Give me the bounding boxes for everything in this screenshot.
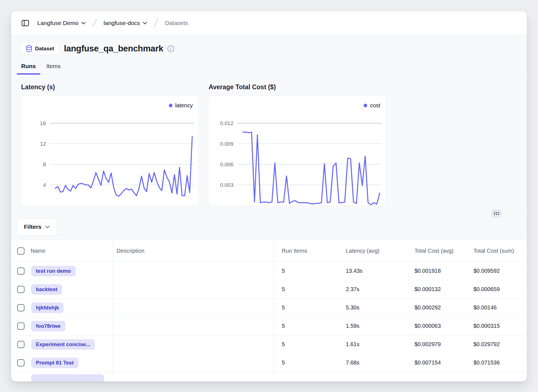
y-axis-tick-label: 0.009 xyxy=(220,141,233,147)
cost-line-chart[interactable]: 0.0030.0060.0090.012 xyxy=(208,96,386,206)
info-button[interactable] xyxy=(167,45,174,52)
table-header-row: Name Description Run Items Latency (avg)… xyxy=(11,240,527,262)
table-row[interactable]: foo78riwe 5 1.59s $0.000063 $0.000315 xyxy=(11,317,527,335)
breadcrumb-project-selector[interactable]: langfuse-docs xyxy=(103,20,147,26)
latency-chart-legend: latency xyxy=(169,102,193,109)
run-name-pill[interactable] xyxy=(31,374,104,381)
latency-avg-cell: 1.59s xyxy=(337,317,406,335)
total-cost-avg-cell: $0.007154 xyxy=(406,354,473,372)
legend-dot-icon xyxy=(364,104,367,107)
total-cost-sum-cell: $0.009592 xyxy=(473,262,527,280)
latency-chart-card: latency 481216 xyxy=(21,95,199,206)
latency-avg-cell: 13.43s xyxy=(337,262,406,280)
row-checkbox[interactable] xyxy=(17,304,24,311)
column-header-description: Description xyxy=(113,240,273,262)
table-row[interactable]: Prompt 81 Test 5 7.68s $0.007154 $0.0715… xyxy=(11,354,527,372)
total-cost-avg-cell: $0.000063 xyxy=(406,317,473,335)
row-checkbox[interactable] xyxy=(17,267,24,275)
run-description-cell xyxy=(113,280,273,298)
chevron-down-icon xyxy=(81,22,86,24)
run-name-pill[interactable]: Prompt 81 Test xyxy=(31,358,78,368)
total-cost-sum-cell: $0.00146 xyxy=(473,299,527,317)
filters-button[interactable]: Filters xyxy=(17,218,57,235)
latency-chart-title: Latency (s) xyxy=(21,83,199,91)
run-items-cell: 5 xyxy=(273,280,337,298)
legend-label: cost xyxy=(370,102,380,109)
charts-section: Latency (s) latency 481216 Average Total… xyxy=(11,75,527,206)
top-navbar: Langfuse Demo langfuse-docs xyxy=(11,11,527,35)
total-cost-avg-cell: $0.000292 xyxy=(406,299,473,317)
total-cost-sum-cell: $0.000659 xyxy=(473,280,527,298)
tab-runs[interactable]: Runs xyxy=(17,61,40,74)
row-checkbox[interactable] xyxy=(17,341,24,348)
total-cost-sum-cell: $0.000315 xyxy=(473,317,527,335)
dataset-header: Dataset langfuse_qa_benchmark xyxy=(11,35,527,55)
y-axis-tick-label: 8 xyxy=(43,162,46,167)
filters-button-label: Filters xyxy=(24,224,41,230)
run-description-cell xyxy=(113,317,273,335)
database-icon xyxy=(26,45,32,52)
run-items-cell: 5 xyxy=(273,299,337,317)
breadcrumb-slash-icon xyxy=(92,18,97,28)
column-header-latency-avg: Latency (avg) xyxy=(337,240,406,262)
run-name-pill[interactable]: Experiment concise... xyxy=(31,339,95,350)
table-row[interactable]: backtest 5 2.37s $0.000132 $0.000659 xyxy=(11,280,527,299)
legend-label: latency xyxy=(175,102,193,109)
dataset-badge: Dataset xyxy=(21,42,60,55)
row-checkbox[interactable] xyxy=(17,286,24,293)
run-description-cell xyxy=(113,335,273,353)
column-header-total-cost-avg: Total Cost (avg) xyxy=(406,240,473,262)
table-body: test run demo 5 13.43s $0.001918 $0.0095… xyxy=(11,262,527,372)
breadcrumb-section: Datasets xyxy=(165,20,188,26)
breadcrumb-slash-icon xyxy=(153,18,159,28)
sidebar-toggle-button[interactable] xyxy=(21,19,29,27)
dataset-badge-label: Dataset xyxy=(35,46,54,52)
latency-line-chart[interactable]: 481216 xyxy=(21,96,198,206)
column-header-total-cost-sum: Total Cost (sum) xyxy=(473,240,527,262)
cost-chart-title: Average Total Cost ($) xyxy=(209,83,386,91)
chevron-down-icon xyxy=(143,22,147,24)
resize-handle[interactable] xyxy=(491,209,502,218)
column-header-name: Name xyxy=(28,240,113,262)
total-cost-sum-cell: $0.029792 xyxy=(473,335,527,353)
tab-items-label: Items xyxy=(46,63,61,69)
legend-dot-icon xyxy=(169,104,172,107)
app-window: Langfuse Demo langfuse-docs xyxy=(11,11,527,381)
run-items-cell: 5 xyxy=(273,354,337,372)
run-name-pill[interactable]: hjkfdshjk xyxy=(31,302,64,313)
breadcrumb: Langfuse Demo langfuse-docs xyxy=(37,18,188,28)
run-name-pill[interactable]: backtest xyxy=(31,284,62,295)
latency-chart-block: Latency (s) latency 481216 xyxy=(21,83,199,206)
y-axis-tick-label: 0.003 xyxy=(220,182,233,188)
chevron-down-icon xyxy=(45,225,50,229)
table-row[interactable]: test run demo 5 13.43s $0.001918 $0.0095… xyxy=(11,262,527,280)
total-cost-sum-cell: $0.071536 xyxy=(473,354,527,372)
row-checkbox[interactable] xyxy=(17,322,24,330)
breadcrumb-project-label: langfuse-docs xyxy=(103,20,140,26)
table-row[interactable]: hjkfdshjk 5 5.30s $0.000292 $0.00146 xyxy=(11,299,527,317)
cost-chart-card: cost 0.0030.0060.0090.012 xyxy=(208,95,386,206)
run-name-pill[interactable]: foo78riwe xyxy=(31,321,65,331)
breadcrumb-org-selector[interactable]: Langfuse Demo xyxy=(37,20,86,26)
run-items-cell: 5 xyxy=(273,335,337,353)
runs-table: Name Description Run Items Latency (avg)… xyxy=(11,240,527,381)
run-name-pill[interactable]: test run demo xyxy=(31,266,76,276)
table-row-partial[interactable] xyxy=(11,372,527,381)
tab-items[interactable]: Items xyxy=(42,61,65,74)
run-items-cell: 5 xyxy=(273,262,337,280)
latency-avg-cell: 1.61s xyxy=(337,335,406,353)
panel-left-icon xyxy=(21,19,29,27)
select-all-checkbox[interactable] xyxy=(17,247,24,255)
info-icon xyxy=(167,45,174,52)
tab-bar: Runs Items xyxy=(11,61,527,75)
tab-runs-label: Runs xyxy=(21,63,36,69)
y-axis-tick-label: 4 xyxy=(43,182,46,188)
desktop-background: Langfuse Demo langfuse-docs xyxy=(0,0,538,392)
run-description-cell xyxy=(113,354,273,372)
latency-avg-cell: 5.30s xyxy=(337,299,406,317)
run-description-cell xyxy=(113,262,273,280)
run-items-cell: 5 xyxy=(273,317,337,335)
table-row[interactable]: Experiment concise... 5 1.61s $0.002979 … xyxy=(11,335,527,354)
section-divider xyxy=(11,213,527,214)
row-checkbox[interactable] xyxy=(17,359,24,366)
